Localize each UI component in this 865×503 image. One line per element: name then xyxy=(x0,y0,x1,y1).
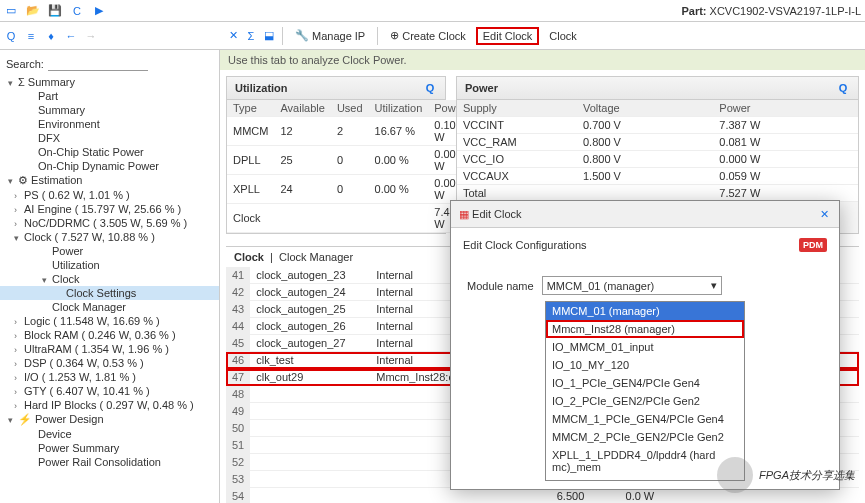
dropdown-option[interactable]: Mmcm_Inst28 (manager) xyxy=(546,320,744,338)
save-icon[interactable]: 💾 xyxy=(48,4,62,18)
dialog-subtitle: Edit Clock Configurations xyxy=(463,239,587,251)
tree-node[interactable]: ›NoC/DDRMC ( 3.505 W, 5.69 % ) xyxy=(0,216,219,230)
dropdown-option[interactable]: MMCM_2_PCIe_GEN2/PCIe Gen2 xyxy=(546,428,744,446)
tree-node[interactable]: ▾Clock ( 7.527 W, 10.88 % ) xyxy=(0,230,219,244)
forward-icon[interactable]: → xyxy=(84,29,98,43)
tree-node[interactable]: ›Logic ( 11.548 W, 16.69 % ) xyxy=(0,314,219,328)
chart-icon[interactable]: ⬓ xyxy=(262,29,276,43)
dropdown-option[interactable]: XPLL_1_LPDDR4_0/lpddr4 (hard mc)_mem xyxy=(546,446,744,476)
dropdown-option[interactable]: IO_10_MY_120 xyxy=(546,356,744,374)
tree-node[interactable]: Clock Settings xyxy=(0,286,219,300)
tree-node[interactable]: ▾⚡ Power Design xyxy=(0,412,219,427)
dropdown-option[interactable]: MMCM_1_PCIe_GEN4/PCIe Gen4 xyxy=(546,410,744,428)
tree-node[interactable]: ›DSP ( 0.364 W, 0.53 % ) xyxy=(0,356,219,370)
tree-node[interactable]: Clock Manager xyxy=(0,300,219,314)
dropdown-option[interactable]: IO_MMCM_01_input xyxy=(546,338,744,356)
expand-icon[interactable]: ♦ xyxy=(44,29,58,43)
tree-node[interactable]: ›UltraRAM ( 1.354 W, 1.96 % ) xyxy=(0,342,219,356)
tree-node[interactable]: ▾⚙ Estimation xyxy=(0,173,219,188)
x-icon[interactable]: ✕ xyxy=(226,29,240,43)
watermark: FPGA技术分享选集 xyxy=(717,457,855,493)
tab-clock-manager[interactable]: Clock Manager xyxy=(279,251,353,263)
search-icon[interactable]: Q xyxy=(4,29,18,43)
pdm-badge: PDM xyxy=(799,238,827,252)
play-icon[interactable]: ▶ xyxy=(92,4,106,18)
tree-node[interactable]: ›Block RAM ( 0.246 W, 0.36 % ) xyxy=(0,328,219,342)
tree-node[interactable]: Device xyxy=(0,427,219,441)
module-name-select[interactable]: MMCM_01 (manager)▾ xyxy=(542,276,722,295)
sigma-icon[interactable]: Σ xyxy=(244,29,258,43)
tree-node[interactable]: ›PS ( 0.62 W, 1.01 % ) xyxy=(0,188,219,202)
tree-node[interactable]: Power Rail Consolidation xyxy=(0,455,219,469)
tree-node[interactable]: ›I/O ( 1.253 W, 1.81 % ) xyxy=(0,370,219,384)
tree-node[interactable]: Environment xyxy=(0,117,219,131)
tree-node[interactable]: On-Chip Dynamic Power xyxy=(0,159,219,173)
module-name-label: Module name xyxy=(467,280,534,292)
edit-clock-button[interactable]: Edit Clock xyxy=(476,27,540,45)
tree-node[interactable]: On-Chip Static Power xyxy=(0,145,219,159)
create-clock-button[interactable]: ⊕ Create Clock xyxy=(384,27,472,44)
tree-node[interactable]: Power xyxy=(0,244,219,258)
new-icon[interactable]: ▭ xyxy=(4,4,18,18)
search-icon[interactable]: Q xyxy=(423,81,437,95)
dropdown-option[interactable]: XPLL_2_LPDDR4_0/lpddr4 (hard mc)_mem xyxy=(546,476,744,481)
hint-text: Use this tab to analyze Clock Power. xyxy=(220,50,865,70)
refresh-icon[interactable]: C xyxy=(70,4,84,18)
search-label: Search: xyxy=(6,58,44,70)
tree-node[interactable]: ▾Σ Summary xyxy=(0,75,219,89)
tree-node[interactable]: DFX xyxy=(0,131,219,145)
search-icon[interactable]: Q xyxy=(836,81,850,95)
search-input[interactable] xyxy=(48,56,148,71)
collapse-icon[interactable]: ≡ xyxy=(24,29,38,43)
open-icon[interactable]: 📂 xyxy=(26,4,40,18)
tree-node[interactable]: ›AI Engine ( 15.797 W, 25.66 % ) xyxy=(0,202,219,216)
edit-clock-dialog: ▦ Edit Clock ✕ Edit Clock Configurations… xyxy=(450,200,840,490)
dropdown-option[interactable]: MMCM_01 (manager) xyxy=(546,302,744,320)
tree-node[interactable]: Power Summary xyxy=(0,441,219,455)
tree-node[interactable]: Summary xyxy=(0,103,219,117)
dropdown-option[interactable]: IO_2_PCIe_GEN2/PCIe Gen2 xyxy=(546,392,744,410)
utilization-panel: UtilizationQ TypeAvailableUsedUtilizatio… xyxy=(226,76,446,234)
manage-ip-button[interactable]: 🔧 Manage IP xyxy=(289,27,371,44)
back-icon[interactable]: ← xyxy=(64,29,78,43)
tree-node[interactable]: Utilization xyxy=(0,258,219,272)
dropdown-option[interactable]: IO_1_PCIe_GEN4/PCIe Gen4 xyxy=(546,374,744,392)
tree-node[interactable]: Part xyxy=(0,89,219,103)
dialog-title: Edit Clock xyxy=(472,208,522,220)
clock-label: Clock xyxy=(543,28,583,44)
tree-node[interactable]: ›Hard IP Blocks ( 0.297 W, 0.48 % ) xyxy=(0,398,219,412)
sidebar: Search: ▾Σ SummaryPartSummaryEnvironment… xyxy=(0,50,220,503)
chevron-down-icon: ▾ xyxy=(711,279,717,292)
part-info: Part: XCVC1902-VSVA2197-1LP-I-L xyxy=(681,5,861,17)
close-icon[interactable]: ✕ xyxy=(817,207,831,221)
tree-node[interactable]: ▾Clock xyxy=(0,272,219,286)
tree-node[interactable]: ›GTY ( 6.407 W, 10.41 % ) xyxy=(0,384,219,398)
module-dropdown[interactable]: MMCM_01 (manager)Mmcm_Inst28 (manager)IO… xyxy=(545,301,745,481)
